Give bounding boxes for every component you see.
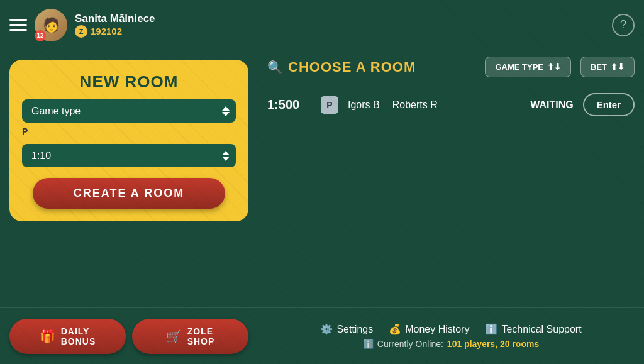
game-type-container: Game type <box>22 99 236 123</box>
technical-support-label: Technical Support <box>501 324 581 335</box>
zole-shop-button[interactable]: 🛒 ZOLESHOP <box>132 319 248 354</box>
enter-room-button[interactable]: Enter <box>583 93 635 116</box>
right-panel: 🔍 CHOOSE A ROOM GAME TYPE ⬆⬇ BET ⬆⬇ 1:50… <box>258 50 644 307</box>
room-list: 1:500 P Igors B Roberts R WAITING Enter <box>267 87 635 123</box>
bet-select[interactable]: 1:10 <box>22 144 236 167</box>
user-name: Sanita Mālniece <box>75 13 155 25</box>
table-row: 1:500 P Igors B Roberts R WAITING Enter <box>267 87 635 123</box>
footer-right: ⚙️ Settings 💰 Money History ℹ️ Technical… <box>258 323 644 349</box>
filter2-arrows-icon: ⬆⬇ <box>611 62 625 72</box>
support-icon: ℹ️ <box>485 323 497 335</box>
header: 🧑 12 Sanita Mālniece Z 192102 ? <box>0 0 644 50</box>
footer-links: ⚙️ Settings 💰 Money History ℹ️ Technical… <box>320 323 581 335</box>
room-type-badge: P <box>321 96 338 114</box>
money-history-button[interactable]: 💰 Money History <box>389 323 469 335</box>
settings-label: Settings <box>336 324 373 335</box>
notification-badge: 12 <box>35 30 46 41</box>
settings-button[interactable]: ⚙️ Settings <box>320 323 373 335</box>
footer: 🎁 DAILYBONUS 🛒 ZOLESHOP ⚙️ Settings 💰 Mo… <box>0 307 644 364</box>
room-status: WAITING <box>530 99 573 111</box>
online-status: ℹ️ Currently Online: 101 players, 20 roo… <box>363 339 539 349</box>
player1-name: Igors B <box>348 99 380 111</box>
p-label: P <box>22 126 28 136</box>
money-history-label: Money History <box>405 324 469 335</box>
main-layout: NEW ROOM Game type P 1:10 <box>0 50 644 307</box>
online-count: 101 players, 20 rooms <box>447 339 539 349</box>
room-header: 🔍 CHOOSE A ROOM GAME TYPE ⬆⬇ BET ⬆⬇ <box>267 57 635 77</box>
daily-bonus-label: DAILYBONUS <box>61 326 96 346</box>
coin-amount: 192102 <box>91 26 122 36</box>
choose-room-title: CHOOSE A ROOM <box>288 59 416 75</box>
footer-left: 🎁 DAILYBONUS 🛒 ZOLESHOP <box>0 319 258 354</box>
help-button[interactable]: ? <box>612 14 635 36</box>
new-room-title: NEW ROOM <box>80 72 179 92</box>
user-coins: Z 192102 <box>75 25 155 38</box>
create-room-button[interactable]: CREATE A ROOM <box>33 178 225 209</box>
game-type-filter-button[interactable]: GAME TYPE ⬆⬇ <box>485 57 571 77</box>
info-icon: ℹ️ <box>363 339 374 349</box>
zole-shop-label: ZOLESHOP <box>187 326 215 346</box>
gift-icon: 🎁 <box>40 329 56 344</box>
user-info: Sanita Mālniece Z 192102 <box>75 13 155 38</box>
settings-icon: ⚙️ <box>320 323 333 335</box>
filter1-arrows-icon: ⬆⬇ <box>547 62 561 72</box>
daily-bonus-button[interactable]: 🎁 DAILYBONUS <box>9 319 126 354</box>
new-room-card: NEW ROOM Game type P 1:10 <box>9 60 248 221</box>
zole-currency-icon: Z <box>75 25 87 38</box>
room-bet: 1:500 <box>267 97 311 112</box>
game-type-select[interactable]: Game type <box>22 99 236 123</box>
technical-support-button[interactable]: ℹ️ Technical Support <box>485 323 581 335</box>
online-text: Currently Online: <box>377 339 443 349</box>
left-panel: NEW ROOM Game type P 1:10 <box>0 50 258 307</box>
avatar-container: 🧑 12 <box>35 9 67 41</box>
money-history-icon: 💰 <box>389 323 401 335</box>
player2-name: Roberts R <box>392 99 438 111</box>
room-players: Igors B Roberts R <box>348 99 521 111</box>
bet-filter-button[interactable]: BET ⬆⬇ <box>580 57 635 77</box>
hamburger-menu[interactable] <box>9 19 27 31</box>
bet-container: 1:10 <box>22 144 236 167</box>
search-icon: 🔍 <box>267 60 283 75</box>
cart-icon: 🛒 <box>166 329 182 344</box>
choose-room-section: 🔍 CHOOSE A ROOM <box>267 59 475 75</box>
